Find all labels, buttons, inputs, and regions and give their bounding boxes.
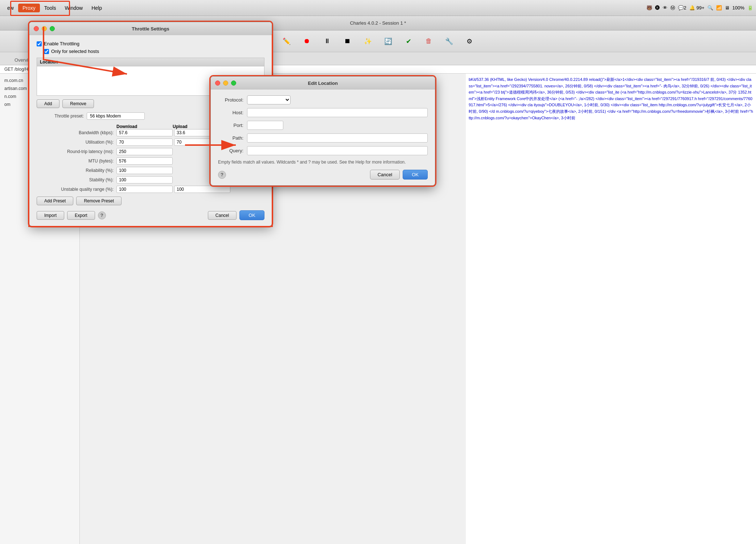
edit-location-bottom: ? Cancel OK: [218, 170, 428, 180]
edit-location-body: Protocol: http https Host: Port: Path: Q…: [211, 90, 435, 185]
enable-throttling-row: Enable Throttling: [37, 41, 264, 46]
charles-title: Charles 4.0.2 - Session 1 *: [350, 20, 406, 26]
path-input[interactable]: [247, 133, 428, 143]
utilisation-download-input[interactable]: [116, 139, 173, 146]
stability-label: Stability (%):: [37, 177, 116, 182]
traffic-light-yellow[interactable]: [42, 26, 47, 31]
menubar-battery: 100%: [732, 5, 744, 11]
menubar-icon-wifi: 📶: [716, 5, 722, 11]
enable-throttling-label: Enable Throttling: [44, 41, 79, 46]
remove-button[interactable]: Remove: [62, 99, 94, 108]
mtu-input[interactable]: [116, 157, 173, 165]
preset-value: 56 kbps Modem: [87, 112, 145, 120]
import-button[interactable]: Import: [37, 211, 64, 220]
query-label: Query:: [218, 148, 247, 153]
throttle-ok-button[interactable]: OK: [239, 210, 264, 220]
bottom-buttons: Import Export ? Cancel OK: [37, 207, 264, 222]
protocol-row: Protocol: http https: [218, 95, 428, 104]
host-row: Host:: [218, 108, 428, 117]
el-traffic-light-red[interactable]: [215, 81, 220, 86]
only-selected-hosts-row: Only for selected hosts: [44, 49, 264, 54]
bg-content: bKit/537.36 (KHTML, like Gecko) Version/…: [466, 74, 756, 544]
latency-input[interactable]: [116, 148, 173, 155]
remove-preset-button[interactable]: Remove Preset: [76, 197, 122, 205]
utilisation-label: Utilisation (%):: [37, 140, 116, 145]
protocol-select[interactable]: http https: [247, 95, 291, 104]
host-input[interactable]: [247, 108, 428, 117]
toolbar-btn-pause[interactable]: ⏸: [320, 34, 334, 49]
menubar-icon-m: Ⓜ: [670, 5, 675, 11]
location-header: Location: [37, 58, 264, 66]
menubar: ew Proxy Tools Window Help 🐻 🅗 👁 Ⓜ 💬2 🔔 …: [0, 0, 756, 16]
el-help-button[interactable]: ?: [218, 171, 226, 179]
menubar-icon-h: 🅗: [655, 5, 660, 11]
toolbar-btn-tools[interactable]: 🔧: [442, 34, 456, 49]
path-row: Path:: [218, 133, 428, 143]
el-traffic-light-yellow[interactable]: [223, 81, 228, 86]
toolbar-btn-pencil[interactable]: ✏️: [279, 34, 294, 49]
port-input[interactable]: [247, 121, 283, 130]
export-button[interactable]: Export: [67, 211, 95, 220]
unstable-label: Unstable quality range (%):: [37, 187, 116, 192]
stability-input[interactable]: [116, 176, 173, 184]
latency-label: Round-trip latency (ms):: [37, 149, 116, 154]
toolbar-btn-trash[interactable]: 🗑: [422, 34, 436, 49]
download-label: Download: [116, 124, 173, 129]
query-row: Query:: [218, 146, 428, 155]
toolbar-btn-gear[interactable]: ⚙: [462, 34, 477, 49]
menubar-icon-eye: 👁: [663, 5, 667, 11]
menu-item-help[interactable]: Help: [87, 4, 106, 12]
menu-item-ew[interactable]: ew: [3, 4, 18, 12]
only-selected-hosts-checkbox[interactable]: [44, 49, 49, 54]
throttle-dialog-titlebar: Throttle Settings: [29, 22, 272, 35]
port-row: Port:: [218, 121, 428, 130]
edit-location-info: Empty fields match all values. Wildcards…: [218, 159, 428, 165]
edit-location-title: Edit Location: [308, 81, 338, 86]
el-cancel-button[interactable]: Cancel: [370, 170, 400, 180]
bandwidth-download-input[interactable]: [116, 129, 173, 136]
toolbar-btn-clear[interactable]: ✨: [361, 34, 375, 49]
throttle-cancel-button[interactable]: Cancel: [208, 211, 237, 220]
only-selected-hosts-label: Only for selected hosts: [51, 49, 99, 54]
menubar-right: 🐻 🅗 👁 Ⓜ 💬2 🔔 99+ 🔍 📶 🖥 100% 🔋: [646, 5, 753, 11]
enable-throttling-checkbox[interactable]: [37, 41, 42, 46]
path-label: Path:: [218, 135, 247, 141]
preset-label: Throttle preset:: [37, 114, 84, 119]
query-input[interactable]: [247, 146, 428, 155]
menubar-icon-search[interactable]: 🔍: [707, 5, 713, 11]
unstable-row: Unstable quality range (%):: [37, 186, 264, 193]
traffic-light-green[interactable]: [50, 26, 55, 31]
bg-text: bKit/537.36 (KHTML, like Gecko) Version/…: [469, 77, 753, 121]
mtu-label: MTU (bytes):: [37, 158, 116, 164]
throttle-help-button[interactable]: ?: [98, 211, 106, 219]
throttle-dialog-title: Throttle Settings: [132, 26, 169, 32]
add-preset-button[interactable]: Add Preset: [37, 197, 73, 205]
unstable-download-input[interactable]: [116, 186, 173, 193]
menu-item-proxy[interactable]: Proxy: [18, 4, 40, 12]
add-preset-row: Add Preset Remove Preset: [37, 197, 264, 205]
port-label: Port:: [218, 123, 247, 128]
edit-location-dialog: Edit Location Protocol: http https Host:…: [210, 76, 435, 186]
reliability-label: Reliability (%):: [37, 168, 116, 173]
menubar-icon-bear: 🐻: [646, 5, 652, 11]
unstable-upload-input[interactable]: [174, 186, 230, 193]
bandwidth-label: Bandwidth (kbps):: [37, 130, 116, 135]
menu-item-window[interactable]: Window: [60, 4, 87, 12]
toolbar-btn-record[interactable]: ⏺: [300, 34, 314, 49]
add-button[interactable]: Add: [37, 99, 59, 108]
menubar-icon-battery: 🔋: [747, 5, 753, 11]
reliability-input[interactable]: [116, 167, 173, 174]
el-traffic-light-green[interactable]: [231, 81, 236, 86]
menu-item-tools[interactable]: Tools: [40, 4, 61, 12]
traffic-light-red[interactable]: [34, 26, 39, 31]
menubar-icon-chat: 💬2: [678, 5, 686, 11]
el-ok-button[interactable]: OK: [403, 170, 428, 180]
edit-location-titlebar: Edit Location: [211, 77, 435, 90]
menubar-icon-bell: 🔔 99+: [689, 5, 704, 11]
host-label: Host:: [218, 110, 247, 115]
toolbar-btn-reload[interactable]: 🔄: [381, 34, 395, 49]
toolbar-btn-stop[interactable]: ⏹: [340, 34, 355, 49]
menubar-icon-display: 🖥: [725, 5, 730, 11]
toolbar-btn-check[interactable]: ✔: [401, 34, 416, 49]
protocol-label: Protocol:: [218, 97, 247, 103]
